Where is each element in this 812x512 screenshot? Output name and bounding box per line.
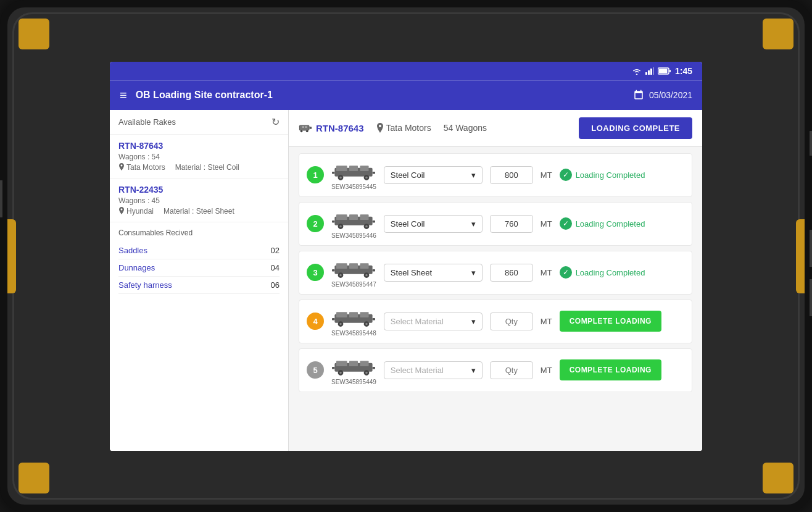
wagon-list: 1 [289,147,702,451]
train-header: RTN-87643 Tata Motors 54 Wagons LOADING … [289,110,702,147]
wagon-badge-4: 4 [307,313,324,330]
svg-rect-26 [349,214,358,220]
status-completed-3: ✓ Loading Completed [560,266,645,279]
svg-rect-52 [332,317,334,320]
svg-point-40 [340,274,342,276]
rake-id-1: RTN-87643 [118,141,280,151]
consumables-section: Consumables Recived Saddles 02 Dunnages … [110,222,288,300]
refresh-icon[interactable]: ↻ [271,116,280,128]
train-wagons: 54 Wagons [444,123,487,133]
menu-icon[interactable]: ≡ [120,88,127,103]
rake-info-2: Wagons : 45 [118,196,280,205]
unit-label-2: MT [541,219,552,229]
svg-rect-53 [373,317,375,320]
svg-rect-42 [332,269,334,271]
unit-label-5: MT [541,366,552,375]
sidebar-header: Available Rakes ↻ [110,110,288,135]
svg-rect-1 [648,70,650,75]
svg-point-41 [366,274,368,276]
content-area: Available Rakes ↻ RTN-87643 Wagons : 54 [110,110,702,451]
consumable-row-harness: Safety harness 06 [118,277,280,294]
loading-complete-button[interactable]: LOADING COMPLETE [579,117,692,139]
svg-rect-33 [373,220,375,222]
rake-id-2: RTN-22435 [118,185,280,195]
wagon-icon-5 [332,355,375,377]
dropdown-arrow-3: ▾ [471,268,476,277]
material-select-1[interactable]: Steel Coil ▾ [384,166,483,184]
dropdown-arrow-2: ▾ [471,219,476,229]
check-icon-2: ✓ [560,217,572,230]
svg-rect-17 [360,166,369,171]
material-select-4[interactable]: Select Material ▾ [384,313,483,330]
qty-input-2[interactable] [490,215,533,233]
qty-input-1[interactable] [490,166,533,184]
svg-rect-55 [336,361,347,366]
side-button-right-bot[interactable] [810,279,812,316]
material-select-5[interactable]: Select Material ▾ [384,361,483,379]
svg-rect-3 [653,67,654,75]
material-select-2[interactable]: Steel Coil ▾ [384,215,483,233]
consumable-name-saddles: Saddles [118,246,147,255]
corner-accent-tr [763,19,793,49]
consumables-title: Consumables Recived [118,229,280,237]
status-icons: 1:45 [632,66,692,76]
location-pin-icon [376,123,384,133]
tablet-frame: 1:45 ≡ OB Loading Site contractor-1 05/0… [0,0,812,512]
battery-icon [658,67,671,75]
svg-rect-62 [332,366,334,369]
material-placeholder-5: Select Material [391,366,444,375]
svg-point-50 [340,322,342,325]
svg-rect-6 [669,70,671,72]
wagon-icon-1 [332,160,375,182]
svg-point-20 [340,176,342,178]
wagon-row-4: 4 [299,300,692,343]
qty-input-3[interactable] [490,264,533,282]
rake-location-2: Hyundai [118,207,154,216]
wagon-icon-4 [332,306,375,329]
svg-rect-35 [336,263,347,269]
complete-loading-btn-5[interactable]: COMPLETE LOADING [560,359,661,380]
svg-rect-63 [373,366,375,369]
svg-rect-25 [336,214,347,220]
svg-rect-5 [658,69,667,73]
complete-loading-btn-4[interactable]: COMPLETE LOADING [560,311,661,332]
signal-icon [645,67,654,75]
rake-item-1[interactable]: RTN-87643 Wagons : 54 Tata Motors Materi… [110,135,288,178]
consumable-count-harness: 06 [271,280,280,290]
rake-material-1: Material : Steel Coil [175,163,239,172]
side-button-right-top[interactable] [810,131,812,156]
header-date: 05/03/2021 [649,90,692,100]
rake-item-2[interactable]: RTN-22435 Wagons : 45 Hyundai Material :… [110,178,288,222]
side-button-left[interactable] [0,180,2,217]
svg-rect-32 [332,220,334,222]
svg-rect-23 [373,171,375,174]
qty-input-5[interactable] [490,361,533,379]
consumable-row-dunnages: Dunnages 04 [118,259,280,277]
sidebar: Available Rakes ↻ RTN-87643 Wagons : 54 [110,110,289,451]
train-location: Tata Motors [376,123,431,133]
wagon-icon-3 [332,258,375,280]
wagon-icon-group-1: SEW345895445 [331,160,376,190]
train-id-text: RTN-87643 [316,123,364,133]
header-left: ≡ OB Loading Site contractor-1 [120,88,273,103]
side-button-right-mid[interactable] [810,230,812,267]
svg-point-21 [366,176,368,178]
wagon-row-3: 3 [299,251,692,295]
unit-label-4: MT [541,317,552,326]
header-title: OB Loading Site contractor-1 [136,90,273,101]
qty-input-4[interactable] [490,313,533,330]
wagon-row-5: 5 [299,348,692,392]
wagon-icon-group-5: SEW345895449 [331,355,376,385]
train-icon [299,122,312,133]
corner-accent-br [763,463,793,493]
svg-point-9 [300,130,303,133]
pin-icon-2 [118,207,125,216]
consumable-row-saddles: Saddles 02 [118,242,280,259]
wagon-badge-5: 5 [307,361,324,379]
svg-point-31 [366,225,368,227]
app-header: ≡ OB Loading Site contractor-1 05/03/202… [110,80,702,110]
status-completed-1: ✓ Loading Completed [560,169,645,181]
svg-rect-16 [349,166,358,171]
svg-point-10 [306,130,309,133]
material-select-3[interactable]: Steel Sheet ▾ [384,264,483,282]
